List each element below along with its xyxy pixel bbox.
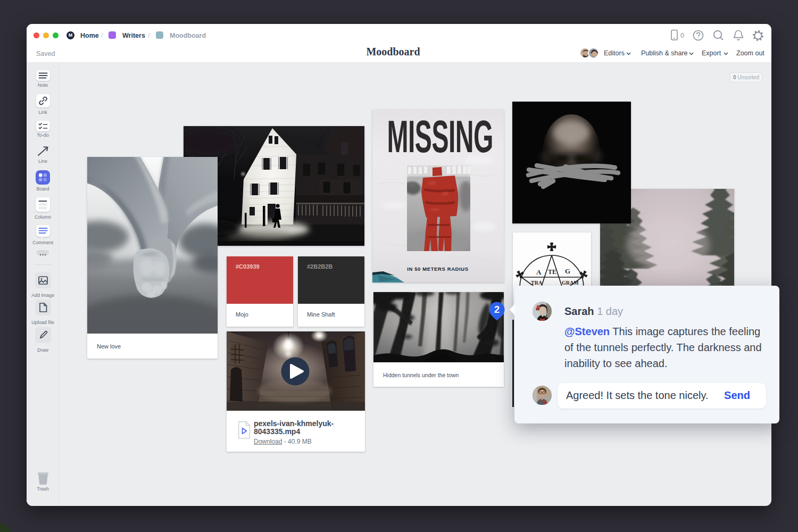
svg-text:TRA: TRA <box>531 280 543 286</box>
svg-text:TE: TE <box>548 268 556 276</box>
svg-text:IN 50 METERS RADIUS: IN 50 METERS RADIUS <box>407 266 468 272</box>
svg-text:2: 2 <box>494 304 500 315</box>
svg-text:GRAM: GRAM <box>562 280 579 286</box>
svg-text:A: A <box>536 268 542 276</box>
svg-text:G: G <box>565 267 570 275</box>
